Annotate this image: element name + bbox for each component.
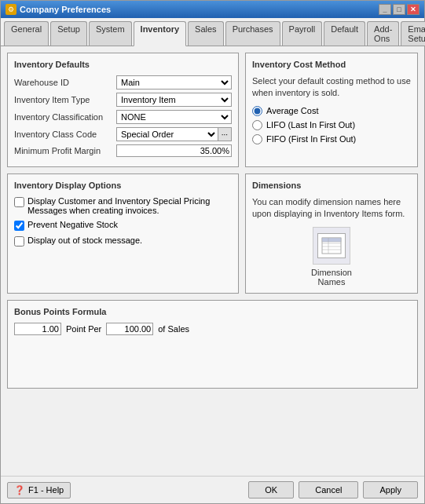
checkbox-prevent-negative-input[interactable] [14,221,24,231]
radio-fifo: FIFO (First In First Out) [252,134,411,144]
help-label: F1 - Help [28,485,64,495]
bonus-point-value-input[interactable] [14,323,61,335]
checkbox-out-of-stock-label: Display out of stock message. [27,236,142,245]
class-code-select[interactable]: Special Order [116,127,218,141]
bonus-sales-value-input[interactable] [106,323,153,335]
display-options-title: Inventory Display Options [14,181,232,190]
tab-email-setup[interactable]: Email Setup [401,21,425,46]
radio-average-cost: Average Cost [252,106,411,116]
classification-label: Inventory Classification [14,112,116,122]
radio-lifo-input[interactable] [252,120,262,130]
inventory-defaults-title: Inventory Defaults [14,60,232,69]
tab-payroll[interactable]: Payroll [282,21,323,46]
title-controls: _ □ ✕ [379,4,420,15]
radio-fifo-input[interactable] [252,134,262,144]
radio-lifo: LIFO (Last In First Out) [252,120,411,130]
cost-method-panel: Inventory Cost Method Select your defaul… [245,53,418,167]
tab-general[interactable]: General [4,21,49,46]
tab-setup[interactable]: Setup [50,21,87,46]
classification-field: NONE [116,110,232,124]
tab-addons[interactable]: Add-Ons [367,21,399,46]
content-area: Inventory Defaults Warehouse ID Main Inv… [1,46,424,476]
bonus-points-row: Point Per of Sales [14,323,411,335]
checkbox-out-of-stock-input[interactable] [14,236,24,247]
checkbox-prevent-negative: Prevent Negative Stock [14,220,232,231]
cost-method-radio-group: Average Cost LIFO (Last In First Out) FI… [252,106,411,144]
app-icon: ⚙ [5,4,16,15]
radio-lifo-label: LIFO (Last In First Out) [266,120,355,130]
warehouse-id-row: Warehouse ID Main [14,75,232,89]
class-code-field: Special Order ··· [116,127,232,141]
main-window: ⚙ Company Preferences _ □ ✕ General Setu… [0,0,425,504]
bonus-points-title: Bonus Points Formula [14,307,411,316]
checkbox-special-pricing-label: Display Customer and Inventory Special P… [27,196,232,215]
dimensions-panel: Dimensions You can modify dimension name… [245,173,418,294]
svg-rect-1 [322,238,341,242]
checkbox-special-pricing: Display Customer and Inventory Special P… [14,196,232,215]
spacer [7,395,418,469]
bonus-points-panel: Bonus Points Formula Point Per of Sales [7,300,418,389]
profit-margin-row: Minimum Profit Margin [14,144,232,157]
tab-bar: General Setup System Inventory Sales Pur… [1,18,424,46]
action-buttons: OK Cancel Apply [248,481,418,499]
dimensions-title: Dimensions [252,181,411,190]
checkbox-special-pricing-input[interactable] [14,197,24,207]
dimension-names-area: DimensionNames [252,227,411,287]
class-code-label: Inventory Class Code [14,130,116,139]
classification-row: Inventory Classification NONE [14,110,232,124]
tab-inventory[interactable]: Inventory [134,21,187,46]
display-options-panel: Inventory Display Options Display Custom… [7,173,239,294]
dimension-names-svg [321,236,343,255]
tab-default[interactable]: Default [324,21,365,46]
item-type-select[interactable]: Inventory Item [116,93,232,107]
dimension-names-icon [317,233,346,258]
help-icon: ❓ [14,485,25,495]
class-code-row: Inventory Class Code Special Order ··· [14,127,232,141]
close-button[interactable]: ✕ [407,4,420,15]
cost-method-title: Inventory Cost Method [252,60,411,69]
item-type-label: Inventory Item Type [14,95,116,104]
classification-select[interactable]: NONE [116,110,232,124]
profit-margin-label: Minimum Profit Margin [14,146,116,155]
bonus-point-label: Point Per [66,324,101,334]
title-bar-left: ⚙ Company Preferences [5,4,111,15]
cost-method-description: Select your default costing method to us… [252,75,411,100]
warehouse-id-select[interactable]: Main [116,75,232,89]
radio-fifo-label: FIFO (First In First Out) [266,134,356,144]
radio-average-cost-label: Average Cost [266,106,318,115]
warehouse-id-label: Warehouse ID [14,78,116,87]
minimize-button[interactable]: _ [379,4,391,15]
profit-margin-input[interactable] [116,144,232,157]
bottom-bar: ❓ F1 - Help OK Cancel Apply [1,476,424,503]
dimensions-description: You can modify dimension names here upon… [252,196,411,221]
tab-sales[interactable]: Sales [188,21,224,46]
maximize-button[interactable]: □ [393,4,405,15]
item-type-field: Inventory Item [116,93,232,107]
radio-average-cost-input[interactable] [252,106,262,116]
ok-button[interactable]: OK [248,481,294,499]
warehouse-id-field: Main [116,75,232,89]
bonus-sales-label: of Sales [158,324,189,334]
title-bar: ⚙ Company Preferences _ □ ✕ [1,1,424,18]
inventory-defaults-panel: Inventory Defaults Warehouse ID Main Inv… [7,53,239,167]
top-panels: Inventory Defaults Warehouse ID Main Inv… [7,53,418,167]
tab-purchases[interactable]: Purchases [225,21,280,46]
apply-button[interactable]: Apply [363,481,418,499]
dimension-names-button[interactable] [313,227,350,265]
help-button[interactable]: ❓ F1 - Help [7,482,71,499]
item-type-row: Inventory Item Type Inventory Item [14,93,232,107]
window-title: Company Preferences [20,5,111,14]
checkbox-prevent-negative-label: Prevent Negative Stock [27,220,118,229]
middle-panels: Inventory Display Options Display Custom… [7,173,418,294]
cancel-button[interactable]: Cancel [299,481,358,499]
dimension-names-label: DimensionNames [311,268,352,287]
checkbox-out-of-stock: Display out of stock message. [14,236,232,247]
class-code-browse-button[interactable]: ··· [218,127,232,141]
tab-system[interactable]: System [89,21,132,46]
profit-margin-field [116,144,232,157]
